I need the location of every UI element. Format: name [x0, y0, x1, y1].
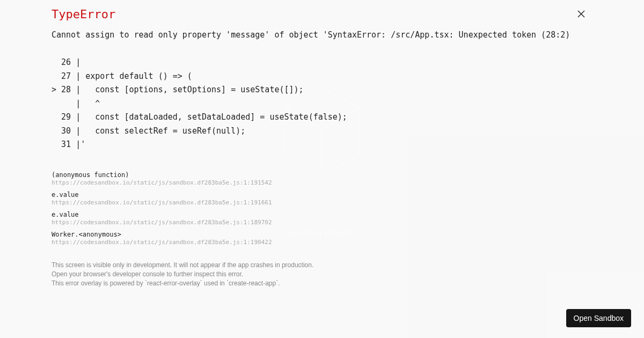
- stack-loc: https://codesandbox.io/static/js/sandbox…: [52, 239, 592, 246]
- stack-fn: (anonymous function): [52, 171, 592, 179]
- error-message: Cannot assign to read only property 'mes…: [52, 28, 592, 152]
- open-sandbox-button[interactable]: Open Sandbox: [566, 309, 631, 327]
- stack-frame: e.value https://codesandbox.io/static/js…: [52, 211, 592, 226]
- stack-fn: Worker.<anonymous>: [52, 231, 592, 238]
- dev-notice-line: This error overlay is powered by `react-…: [52, 279, 592, 288]
- stack-frame: (anonymous function) https://codesandbox…: [52, 171, 592, 186]
- dev-notice: This screen is visible only in developme…: [52, 261, 592, 289]
- stack-fn: e.value: [52, 191, 592, 199]
- close-button[interactable]: [577, 10, 588, 20]
- stack-trace: (anonymous function) https://codesandbox…: [52, 171, 592, 246]
- stack-frame: e.value https://codesandbox.io/static/js…: [52, 191, 592, 206]
- stack-frame: Worker.<anonymous> https://codesandbox.i…: [52, 231, 592, 246]
- stack-loc: https://codesandbox.io/static/js/sandbox…: [52, 219, 592, 226]
- close-icon: [577, 10, 585, 18]
- error-content: TypeError Cannot assign to read only pro…: [0, 0, 644, 289]
- error-title: TypeError: [52, 8, 592, 21]
- dev-notice-line: This screen is visible only in developme…: [52, 261, 592, 270]
- stack-loc: https://codesandbox.io/static/js/sandbox…: [52, 179, 592, 186]
- stack-loc: https://codesandbox.io/static/js/sandbox…: [52, 199, 592, 206]
- stack-fn: e.value: [52, 211, 592, 218]
- dev-notice-line: Open your browser's developer console to…: [52, 270, 592, 279]
- error-overlay: TypeError Cannot assign to read only pro…: [0, 0, 644, 338]
